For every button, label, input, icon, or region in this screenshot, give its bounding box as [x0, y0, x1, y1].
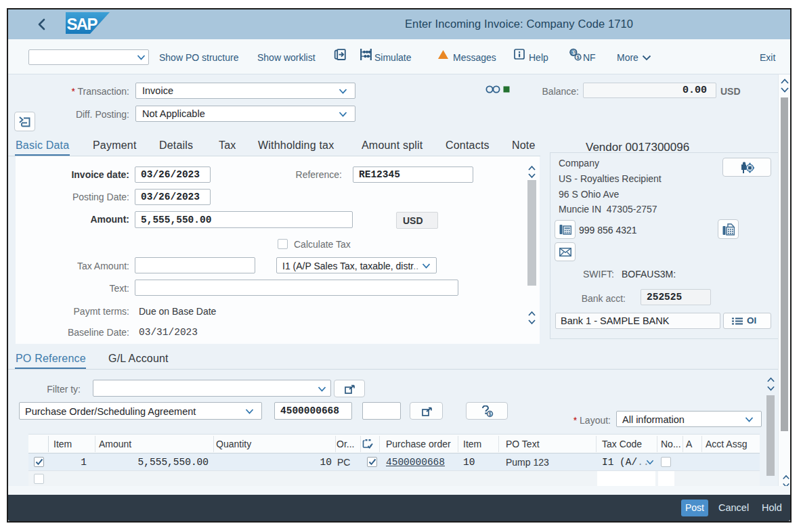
svg-text:SAP: SAP [67, 15, 98, 33]
svg-text:$: $ [577, 55, 580, 60]
svg-text:$: $ [489, 412, 492, 417]
